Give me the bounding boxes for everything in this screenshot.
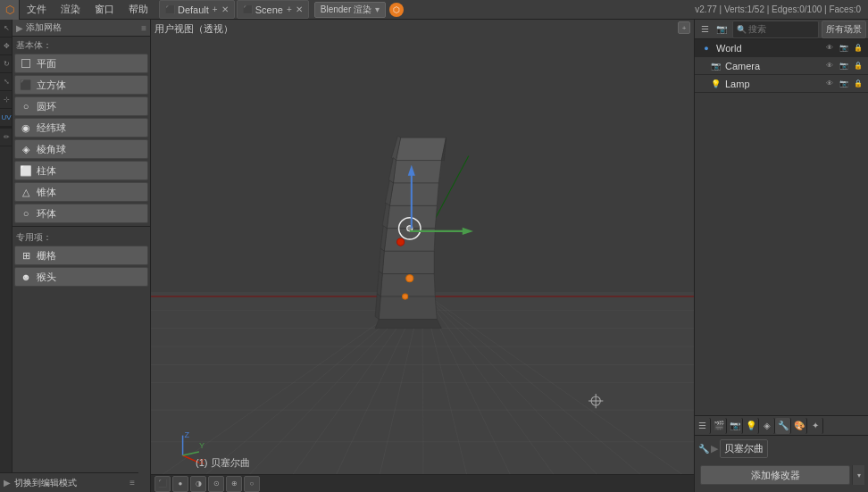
svg-text:Y: Y: [199, 441, 204, 450]
world-lock-icon[interactable]: 🔒: [852, 42, 864, 54]
mesh-cylinder-button[interactable]: ⬜ 柱体: [14, 161, 148, 180]
lamp-lock-icon[interactable]: 🔒: [852, 78, 864, 90]
viewport-bottom-bar: ⬛ ● ◑ ⊙ ⊕ ○: [151, 474, 694, 492]
tab-default[interactable]: ⬛ Default + ✕: [159, 0, 235, 19]
viewport[interactable]: 用户视图（透视） +: [151, 20, 694, 492]
scene-item-camera[interactable]: 📷 Camera 👁 📷 🔒: [695, 57, 868, 75]
camera-item-icon: 📷: [709, 60, 722, 72]
mesh-cone-button[interactable]: △ 锥体: [14, 182, 148, 202]
world-icon: ●: [700, 42, 713, 54]
lamp-visibility-icon[interactable]: 👁: [823, 78, 836, 90]
svg-marker-35: [382, 251, 434, 273]
right-panel-icon-8[interactable]: ✦: [807, 418, 823, 434]
scene-item-lamp[interactable]: 💡 Lamp 👁 📷 🔒: [695, 75, 868, 93]
tool-icon-scale[interactable]: ⤡: [0, 73, 13, 91]
mesh-circle-icon: ○: [19, 99, 33, 113]
world-label: World: [716, 43, 823, 54]
world-visibility-icon[interactable]: 👁: [823, 42, 836, 54]
mesh-cone-icon: △: [19, 185, 33, 199]
search-input[interactable]: [748, 24, 814, 34]
properties-content: 🔧 ▶ 贝塞尔曲 添加修改器 ▾: [695, 436, 868, 492]
right-tab-icons: ☰ 📷 🔍 所有场景: [695, 20, 868, 39]
menu-items: 文件 渲染 窗口 帮助: [20, 0, 155, 19]
edit-mode-button[interactable]: ▶ 切换到编辑模式 ≡: [0, 472, 138, 492]
search-icon: 🔍: [737, 25, 747, 34]
section-divider: [13, 226, 150, 227]
edit-mode-triangle-icon: ▶: [4, 478, 11, 488]
mesh-icosphere-icon: ◈: [19, 142, 33, 156]
tool-icon-rotate[interactable]: ↻: [0, 55, 13, 73]
path-separator: ▶: [711, 443, 718, 454]
right-panel-icon-5[interactable]: ◈: [759, 418, 775, 434]
left-panel-title: ▶ 添加网格: [16, 21, 62, 34]
mesh-monkey-icon: ☻: [19, 270, 33, 284]
mesh-cube-button[interactable]: ⬛ 立方体: [14, 75, 148, 95]
right-panel-icon-2[interactable]: 🎬: [711, 418, 727, 434]
svg-marker-27: [393, 161, 441, 183]
top-menubar: ⬡ 文件 渲染 窗口 帮助 ⬛ Default + ✕ ⬛ Scene + ✕ …: [0, 0, 868, 20]
tool-icon-cursor[interactable]: ↖: [0, 20, 13, 38]
mesh-cylinder-icon: ⬜: [19, 163, 33, 178]
mesh-cube-icon: ⬛: [19, 78, 33, 92]
add-modifier-dropdown[interactable]: ▾: [852, 465, 864, 485]
tool-icon-uv[interactable]: UV: [0, 109, 13, 127]
mesh-icosphere-button[interactable]: ◈ 棱角球: [14, 139, 148, 159]
right-panel-icon-1[interactable]: ☰: [695, 418, 711, 434]
svg-text:Z: Z: [185, 430, 190, 439]
right-panel-icon-3[interactable]: 📷: [727, 418, 743, 434]
viewport-grid: Z X Y: [151, 20, 694, 483]
add-modifier-button[interactable]: 添加修改器: [700, 465, 850, 485]
world-render-icon[interactable]: 📷: [838, 42, 850, 54]
right-panel-camera-icon[interactable]: 📷: [714, 21, 730, 38]
viewport-render-icon[interactable]: ●: [172, 476, 188, 492]
svg-marker-41: [375, 320, 441, 329]
tab-scene[interactable]: ⬛ Scene + ✕: [237, 0, 309, 19]
menu-render[interactable]: 渲染: [54, 0, 88, 19]
tool-icon-transform[interactable]: ⊹: [0, 91, 13, 109]
left-panel-header: ▶ 添加网格 ≡: [13, 20, 150, 37]
search-bar[interactable]: 🔍: [732, 21, 819, 38]
tool-icon-edit[interactable]: ✏: [0, 129, 13, 146]
tool-icon-move[interactable]: ✥: [0, 38, 13, 55]
version-info: v2.77 | Verts:1/52 | Edges:0/100 | Faces…: [695, 4, 868, 14]
viewport-proportional-icon[interactable]: ○: [244, 476, 260, 492]
left-panel: ▶ 添加网格 ≡ 基本体： 平面 ⬛ 立方体 ○ 圆环 ◉ 经纬球 ◈ 棱角球 …: [13, 20, 151, 492]
camera-lock-icon[interactable]: 🔒: [852, 60, 864, 72]
lamp-label: Lamp: [725, 79, 823, 89]
lamp-render-icon[interactable]: 📷: [838, 78, 850, 90]
mesh-torus-button[interactable]: ○ 环体: [14, 204, 148, 223]
mesh-uvsphere-button[interactable]: ◉ 经纬球: [14, 118, 148, 138]
camera-render-icon[interactable]: 📷: [838, 60, 850, 72]
camera-label: Camera: [725, 61, 823, 71]
right-panel-view-icon[interactable]: ☰: [697, 21, 713, 38]
menu-file[interactable]: 文件: [20, 0, 54, 19]
right-panel-icon-6[interactable]: 🔧: [775, 418, 791, 434]
right-panel-icon-7[interactable]: 🎨: [791, 418, 807, 434]
viewport-pivot-icon[interactable]: ⊙: [208, 476, 224, 492]
viewport-maximize-button[interactable]: +: [678, 21, 690, 34]
mesh-plane-button[interactable]: 平面: [14, 54, 148, 73]
scene-item-world[interactable]: ● World 👁 📷 🔒: [695, 39, 868, 57]
svg-marker-39: [379, 296, 437, 319]
scene-list: ● World 👁 📷 🔒 📷 Camera 👁 📷 🔒: [695, 39, 868, 415]
viewport-mode-icon[interactable]: ⬛: [154, 476, 171, 492]
svg-marker-29: [389, 183, 438, 205]
camera-visibility-icon[interactable]: 👁: [823, 60, 836, 72]
basic-section-title: 基本体：: [13, 37, 150, 53]
menu-help[interactable]: 帮助: [121, 0, 155, 19]
mesh-grid-button[interactable]: ⊞ 栅格: [14, 246, 148, 265]
mesh-circle-button[interactable]: ○ 圆环: [14, 96, 148, 116]
all-scenes-button[interactable]: 所有场景: [822, 21, 866, 38]
right-panel: ☰ 📷 🔍 所有场景 ● World 👁 📷 🔒 📷: [694, 20, 868, 492]
lamp-item-actions: 👁 📷 🔒: [823, 78, 864, 90]
left-panel-dots[interactable]: ≡: [141, 23, 146, 33]
mesh-monkey-button[interactable]: ☻ 猴头: [14, 267, 148, 287]
right-panel-icon-4[interactable]: 💡: [743, 418, 759, 434]
blender-app-icon[interactable]: ⬡: [0, 0, 20, 20]
viewport-shading-icon[interactable]: ◑: [190, 476, 206, 492]
viewport-snap-icon[interactable]: ⊕: [226, 476, 242, 492]
render-engine-button[interactable]: 贝塞尔曲 Blender 渲染 ▾: [314, 2, 386, 18]
mesh-plane-icon: [19, 56, 33, 71]
menu-window[interactable]: 窗口: [88, 0, 121, 19]
add-modifier-row: 添加修改器 ▾: [698, 462, 864, 488]
